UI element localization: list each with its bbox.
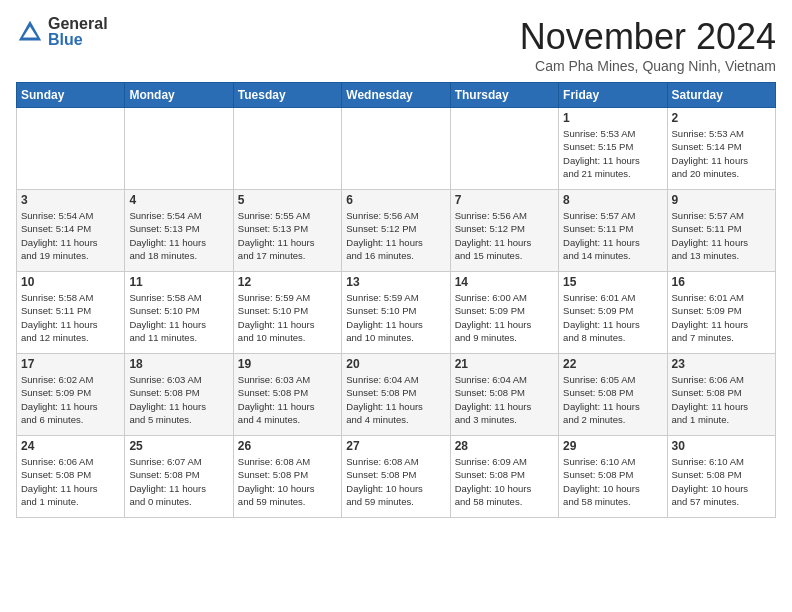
- day-info: Sunrise: 5:56 AMSunset: 5:12 PMDaylight:…: [346, 209, 445, 262]
- day-cell: 2Sunrise: 5:53 AMSunset: 5:14 PMDaylight…: [667, 108, 775, 190]
- header-monday: Monday: [125, 83, 233, 108]
- calendar-header: SundayMondayTuesdayWednesdayThursdayFrid…: [17, 83, 776, 108]
- day-info: Sunrise: 6:01 AMSunset: 5:09 PMDaylight:…: [672, 291, 771, 344]
- calendar-table: SundayMondayTuesdayWednesdayThursdayFrid…: [16, 82, 776, 518]
- day-cell: [125, 108, 233, 190]
- day-info: Sunrise: 5:54 AMSunset: 5:14 PMDaylight:…: [21, 209, 120, 262]
- day-cell: 25Sunrise: 6:07 AMSunset: 5:08 PMDayligh…: [125, 436, 233, 518]
- day-number: 16: [672, 275, 771, 289]
- day-cell: 17Sunrise: 6:02 AMSunset: 5:09 PMDayligh…: [17, 354, 125, 436]
- day-info: Sunrise: 5:59 AMSunset: 5:10 PMDaylight:…: [238, 291, 337, 344]
- header-sunday: Sunday: [17, 83, 125, 108]
- day-number: 11: [129, 275, 228, 289]
- day-info: Sunrise: 6:00 AMSunset: 5:09 PMDaylight:…: [455, 291, 554, 344]
- day-info: Sunrise: 6:05 AMSunset: 5:08 PMDaylight:…: [563, 373, 662, 426]
- day-info: Sunrise: 6:06 AMSunset: 5:08 PMDaylight:…: [21, 455, 120, 508]
- day-cell: [450, 108, 558, 190]
- day-info: Sunrise: 6:08 AMSunset: 5:08 PMDaylight:…: [238, 455, 337, 508]
- day-number: 26: [238, 439, 337, 453]
- day-cell: 7Sunrise: 5:56 AMSunset: 5:12 PMDaylight…: [450, 190, 558, 272]
- day-cell: 18Sunrise: 6:03 AMSunset: 5:08 PMDayligh…: [125, 354, 233, 436]
- day-cell: 8Sunrise: 5:57 AMSunset: 5:11 PMDaylight…: [559, 190, 667, 272]
- day-number: 10: [21, 275, 120, 289]
- day-number: 20: [346, 357, 445, 371]
- day-info: Sunrise: 6:03 AMSunset: 5:08 PMDaylight:…: [238, 373, 337, 426]
- day-number: 17: [21, 357, 120, 371]
- day-cell: 21Sunrise: 6:04 AMSunset: 5:08 PMDayligh…: [450, 354, 558, 436]
- header-thursday: Thursday: [450, 83, 558, 108]
- day-number: 13: [346, 275, 445, 289]
- day-number: 8: [563, 193, 662, 207]
- day-info: Sunrise: 6:09 AMSunset: 5:08 PMDaylight:…: [455, 455, 554, 508]
- day-cell: 22Sunrise: 6:05 AMSunset: 5:08 PMDayligh…: [559, 354, 667, 436]
- day-info: Sunrise: 6:10 AMSunset: 5:08 PMDaylight:…: [672, 455, 771, 508]
- day-info: Sunrise: 5:59 AMSunset: 5:10 PMDaylight:…: [346, 291, 445, 344]
- day-cell: 6Sunrise: 5:56 AMSunset: 5:12 PMDaylight…: [342, 190, 450, 272]
- day-number: 23: [672, 357, 771, 371]
- day-number: 15: [563, 275, 662, 289]
- day-number: 4: [129, 193, 228, 207]
- day-number: 24: [21, 439, 120, 453]
- day-cell: 27Sunrise: 6:08 AMSunset: 5:08 PMDayligh…: [342, 436, 450, 518]
- day-number: 1: [563, 111, 662, 125]
- day-number: 29: [563, 439, 662, 453]
- header-tuesday: Tuesday: [233, 83, 341, 108]
- logo-blue: Blue: [48, 32, 108, 48]
- day-number: 21: [455, 357, 554, 371]
- day-number: 19: [238, 357, 337, 371]
- day-cell: 19Sunrise: 6:03 AMSunset: 5:08 PMDayligh…: [233, 354, 341, 436]
- day-cell: 20Sunrise: 6:04 AMSunset: 5:08 PMDayligh…: [342, 354, 450, 436]
- day-number: 9: [672, 193, 771, 207]
- day-info: Sunrise: 6:10 AMSunset: 5:08 PMDaylight:…: [563, 455, 662, 508]
- day-cell: 24Sunrise: 6:06 AMSunset: 5:08 PMDayligh…: [17, 436, 125, 518]
- day-info: Sunrise: 6:01 AMSunset: 5:09 PMDaylight:…: [563, 291, 662, 344]
- day-info: Sunrise: 5:57 AMSunset: 5:11 PMDaylight:…: [672, 209, 771, 262]
- day-cell: 9Sunrise: 5:57 AMSunset: 5:11 PMDaylight…: [667, 190, 775, 272]
- day-number: 3: [21, 193, 120, 207]
- day-cell: 23Sunrise: 6:06 AMSunset: 5:08 PMDayligh…: [667, 354, 775, 436]
- logo-general: General: [48, 16, 108, 32]
- day-number: 27: [346, 439, 445, 453]
- logo: General Blue: [16, 16, 108, 48]
- day-cell: [342, 108, 450, 190]
- day-info: Sunrise: 6:04 AMSunset: 5:08 PMDaylight:…: [455, 373, 554, 426]
- day-cell: 29Sunrise: 6:10 AMSunset: 5:08 PMDayligh…: [559, 436, 667, 518]
- day-number: 12: [238, 275, 337, 289]
- day-cell: 13Sunrise: 5:59 AMSunset: 5:10 PMDayligh…: [342, 272, 450, 354]
- day-info: Sunrise: 5:53 AMSunset: 5:15 PMDaylight:…: [563, 127, 662, 180]
- day-info: Sunrise: 5:58 AMSunset: 5:10 PMDaylight:…: [129, 291, 228, 344]
- week-row-1: 1Sunrise: 5:53 AMSunset: 5:15 PMDaylight…: [17, 108, 776, 190]
- day-info: Sunrise: 5:55 AMSunset: 5:13 PMDaylight:…: [238, 209, 337, 262]
- day-cell: 12Sunrise: 5:59 AMSunset: 5:10 PMDayligh…: [233, 272, 341, 354]
- week-row-2: 3Sunrise: 5:54 AMSunset: 5:14 PMDaylight…: [17, 190, 776, 272]
- day-number: 2: [672, 111, 771, 125]
- day-number: 7: [455, 193, 554, 207]
- day-number: 5: [238, 193, 337, 207]
- week-row-5: 24Sunrise: 6:06 AMSunset: 5:08 PMDayligh…: [17, 436, 776, 518]
- logo-text: General Blue: [48, 16, 108, 48]
- title-block: November 2024 Cam Pha Mines, Quang Ninh,…: [520, 16, 776, 74]
- day-number: 14: [455, 275, 554, 289]
- day-cell: 14Sunrise: 6:00 AMSunset: 5:09 PMDayligh…: [450, 272, 558, 354]
- day-info: Sunrise: 5:57 AMSunset: 5:11 PMDaylight:…: [563, 209, 662, 262]
- logo-icon: [16, 18, 44, 46]
- day-number: 28: [455, 439, 554, 453]
- header-row: SundayMondayTuesdayWednesdayThursdayFrid…: [17, 83, 776, 108]
- day-number: 30: [672, 439, 771, 453]
- day-cell: 28Sunrise: 6:09 AMSunset: 5:08 PMDayligh…: [450, 436, 558, 518]
- day-cell: 1Sunrise: 5:53 AMSunset: 5:15 PMDaylight…: [559, 108, 667, 190]
- day-cell: 26Sunrise: 6:08 AMSunset: 5:08 PMDayligh…: [233, 436, 341, 518]
- day-number: 22: [563, 357, 662, 371]
- header-saturday: Saturday: [667, 83, 775, 108]
- month-title: November 2024: [520, 16, 776, 58]
- day-info: Sunrise: 6:06 AMSunset: 5:08 PMDaylight:…: [672, 373, 771, 426]
- day-info: Sunrise: 5:54 AMSunset: 5:13 PMDaylight:…: [129, 209, 228, 262]
- header-wednesday: Wednesday: [342, 83, 450, 108]
- day-info: Sunrise: 6:08 AMSunset: 5:08 PMDaylight:…: [346, 455, 445, 508]
- day-info: Sunrise: 6:02 AMSunset: 5:09 PMDaylight:…: [21, 373, 120, 426]
- week-row-4: 17Sunrise: 6:02 AMSunset: 5:09 PMDayligh…: [17, 354, 776, 436]
- day-info: Sunrise: 5:58 AMSunset: 5:11 PMDaylight:…: [21, 291, 120, 344]
- day-cell: 4Sunrise: 5:54 AMSunset: 5:13 PMDaylight…: [125, 190, 233, 272]
- day-cell: 11Sunrise: 5:58 AMSunset: 5:10 PMDayligh…: [125, 272, 233, 354]
- day-info: Sunrise: 6:03 AMSunset: 5:08 PMDaylight:…: [129, 373, 228, 426]
